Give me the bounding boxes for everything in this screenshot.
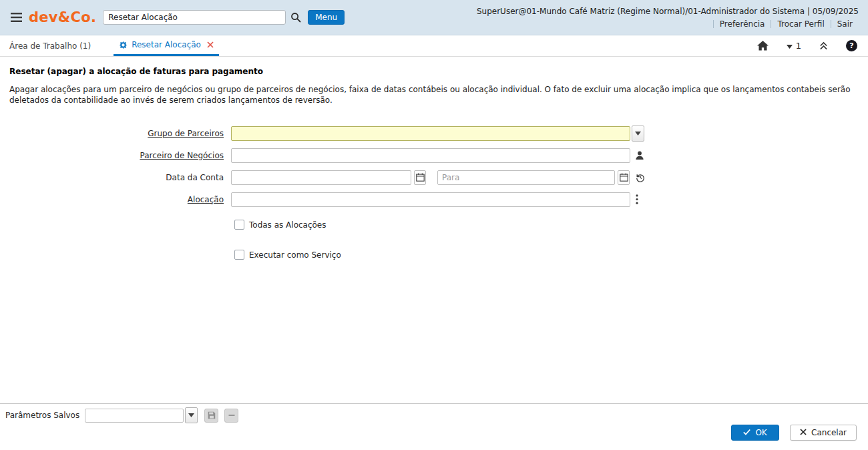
all-allocations-row: Todas as Alocações (9, 217, 853, 233)
history-icon[interactable] (636, 173, 645, 182)
preferences-link[interactable]: Preferência (714, 19, 771, 29)
home-icon[interactable] (757, 41, 769, 51)
bp-group-dropdown-button[interactable] (632, 126, 644, 142)
help-icon[interactable]: ? (846, 40, 857, 51)
bp-group-label[interactable]: Grupo de Parceiros (9, 129, 224, 138)
all-allocations-label[interactable]: Todas as Alocações (249, 220, 327, 230)
allocation-row: Alocação (9, 192, 853, 208)
saved-parameters-combo (85, 407, 198, 423)
saved-parameters-row: Parâmetros Salvos (5, 407, 238, 423)
check-icon (743, 428, 750, 437)
more-options-icon[interactable] (636, 194, 638, 204)
change-role-link[interactable]: Trocar Perfil (771, 19, 830, 29)
tab-resetar-alocacao[interactable]: Resetar Alocação (114, 35, 219, 56)
ok-button-label: OK (755, 428, 767, 437)
application-window: dev&Co. Menu SuperUser@01-Mundo Café Mat… (0, 0, 868, 450)
tab-label: Área de Trabalho (1) (9, 41, 91, 51)
account-date-label: Data da Conta (9, 173, 224, 182)
calendar-icon[interactable] (414, 170, 426, 185)
window-tab-bar: Área de Trabalho (1) Resetar Alocação 1 (0, 35, 868, 57)
all-allocations-checkbox[interactable] (234, 220, 244, 230)
business-partner-row: Parceiro de Negócios (9, 148, 853, 164)
saved-parameters-input[interactable] (85, 409, 184, 423)
search-icon[interactable] (289, 11, 302, 24)
bp-group-row: Grupo de Parceiros (9, 126, 853, 142)
allocation-label[interactable]: Alocação (9, 195, 224, 204)
app-logo: dev&Co. (29, 9, 96, 25)
process-gear-icon (119, 41, 128, 49)
process-panel: Resetar (apagar) a alocação de faturas p… (0, 57, 868, 403)
business-partner-label[interactable]: Parceiro de Negócios (9, 151, 224, 160)
bp-group-input[interactable] (231, 126, 630, 141)
cancel-button[interactable]: Cancelar (790, 425, 857, 441)
process-footer: Parâmetros Salvos OK (0, 403, 868, 450)
calendar-icon[interactable] (618, 170, 630, 185)
business-partner-search-icon[interactable] (636, 151, 644, 160)
delete-parameters-icon[interactable] (224, 409, 238, 423)
saved-parameters-dropdown-button[interactable] (185, 407, 198, 423)
account-date-row: Data da Conta (9, 170, 853, 186)
menu-button[interactable]: Menu (308, 10, 345, 25)
open-windows-selector[interactable]: 1 (787, 41, 801, 51)
save-parameters-icon[interactable] (204, 409, 218, 423)
allocation-input[interactable] (231, 192, 630, 207)
logout-link[interactable]: Sair (831, 19, 859, 29)
caret-down-icon (787, 41, 793, 51)
cancel-button-label: Cancelar (811, 428, 847, 437)
open-windows-count: 1 (796, 41, 801, 51)
saved-parameters-label: Parâmetros Salvos (5, 411, 79, 420)
collapse-all-icon[interactable] (819, 41, 828, 50)
user-session-area: SuperUser@01-Mundo Café Matriz (Regime N… (477, 7, 861, 29)
run-as-service-label[interactable]: Executar como Serviço (249, 250, 341, 260)
hamburger-menu-icon[interactable] (8, 10, 25, 25)
tab-close-icon[interactable] (207, 41, 214, 48)
ok-button[interactable]: OK (731, 425, 779, 441)
account-date-to-input[interactable] (437, 170, 615, 185)
close-icon (800, 428, 807, 437)
session-links: Preferência Trocar Perfil Sair (713, 19, 859, 29)
account-date-from-input[interactable] (231, 170, 411, 185)
top-header: dev&Co. Menu SuperUser@01-Mundo Café Mat… (0, 0, 868, 35)
process-title: Resetar (apagar) a alocação de faturas p… (9, 67, 853, 76)
process-parameter-form: Grupo de Parceiros Parceiro de Negócios (9, 126, 853, 263)
process-description: Apagar alocações para um parceiro de neg… (9, 85, 852, 106)
user-session-info: SuperUser@01-Mundo Café Matriz (Regime N… (477, 7, 859, 16)
run-as-service-checkbox[interactable] (234, 250, 244, 260)
business-partner-input[interactable] (231, 148, 630, 163)
run-as-service-row: Executar como Serviço (9, 247, 853, 263)
tab-workspace[interactable]: Área de Trabalho (1) (9, 35, 91, 56)
tab-label: Resetar Alocação (132, 40, 201, 49)
global-search-input[interactable] (103, 10, 286, 25)
tab-bar-actions: 1 ? (757, 35, 868, 56)
dialog-actions: OK Cancelar (731, 425, 857, 441)
